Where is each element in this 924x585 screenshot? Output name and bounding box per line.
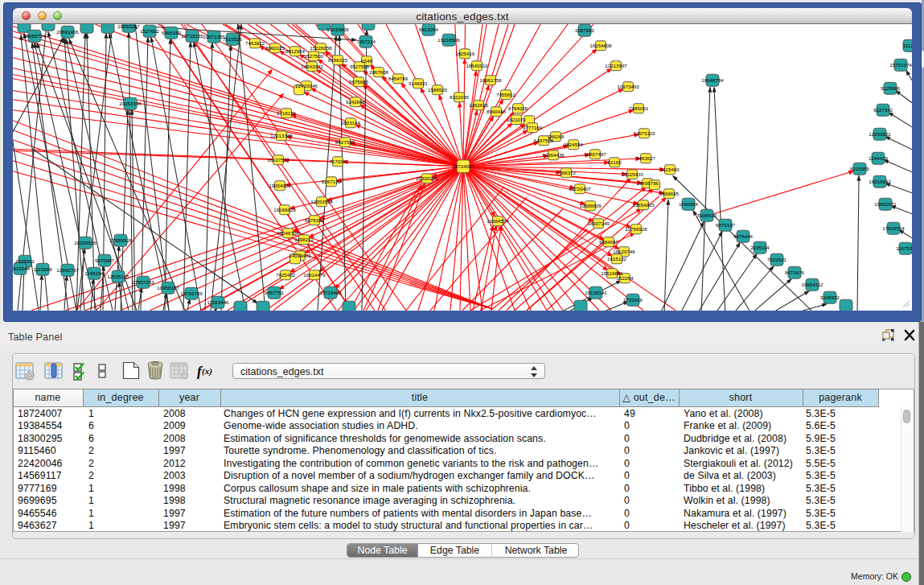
svg-text:15720407: 15720407 [569, 186, 591, 192]
svg-text:1244419: 1244419 [869, 155, 889, 161]
svg-text:1145194: 1145194 [84, 270, 104, 276]
svg-text:2867608: 2867608 [369, 69, 389, 75]
svg-text:7625402: 7625402 [276, 272, 296, 278]
svg-text:8813054: 8813054 [419, 27, 439, 32]
svg-text:17959928: 17959928 [109, 237, 132, 243]
svg-text:252254: 252254 [617, 275, 634, 281]
svg-text:7463822: 7463822 [245, 40, 265, 46]
svg-text:6879197: 6879197 [716, 222, 736, 228]
svg-text:18907249: 18907249 [587, 220, 610, 226]
svg-text:3498222: 3498222 [294, 237, 314, 242]
svg-text:9527508: 9527508 [350, 64, 370, 69]
svg-text:10653267: 10653267 [117, 24, 140, 29]
svg-text:16648784: 16648784 [701, 77, 724, 83]
svg-text:(x): (x) [202, 366, 212, 377]
svg-text:12505135: 12505135 [107, 274, 129, 279]
svg-text:8322035: 8322035 [450, 94, 470, 100]
svg-text:25300275: 25300275 [416, 175, 438, 181]
svg-text:10958107: 10958107 [157, 285, 179, 290]
svg-text:22420046: 22420046 [295, 83, 318, 89]
svg-text:1546: 1546 [361, 58, 372, 64]
svg-text:6966160: 6966160 [162, 30, 182, 35]
svg-text:16914479: 16914479 [303, 272, 326, 278]
svg-text:10025433: 10025433 [621, 171, 643, 177]
svg-text:2087682: 2087682 [575, 27, 595, 33]
svg-text:9115460: 9115460 [660, 167, 680, 172]
svg-text:10033809: 10033809 [326, 27, 349, 32]
svg-text:9777169: 9777169 [523, 125, 543, 130]
svg-text:17016504: 17016504 [882, 225, 905, 231]
svg-text:1362615: 1362615 [469, 102, 489, 108]
svg-text:1825419: 1825419 [455, 51, 475, 56]
svg-text:12942737: 12942737 [56, 267, 79, 273]
svg-text:5938923: 5938923 [697, 212, 717, 218]
svg-text:7485063: 7485063 [629, 105, 649, 111]
svg-text:12213967: 12213967 [605, 63, 627, 68]
svg-text:9463627: 9463627 [636, 155, 656, 161]
svg-text:19218506: 19218506 [437, 37, 460, 43]
svg-text:1621072: 1621072 [507, 117, 527, 122]
svg-text:62160: 62160 [607, 159, 622, 165]
svg-text:1167533: 1167533 [896, 245, 912, 251]
svg-text:19054923: 19054923 [269, 183, 291, 188]
svg-text:6497568: 6497568 [534, 138, 554, 143]
svg-text:16107553: 16107553 [267, 157, 290, 163]
svg-text:8267130: 8267130 [322, 179, 342, 184]
svg-text:6794028: 6794028 [508, 105, 528, 111]
svg-text:9242848: 9242848 [346, 99, 366, 105]
svg-text:16120746: 16120746 [613, 249, 635, 254]
svg-text:14099489: 14099489 [289, 253, 311, 258]
svg-text:18640910: 18640910 [466, 63, 488, 68]
svg-text:16961758: 16961758 [479, 77, 502, 83]
svg-text:17957253: 17957253 [132, 279, 154, 285]
svg-text:3824554: 3824554 [564, 142, 584, 147]
svg-text:7357224: 7357224 [356, 39, 376, 44]
svg-text:15716485: 15716485 [319, 290, 342, 295]
svg-text:9129966: 9129966 [881, 85, 901, 91]
svg-text:5675685: 5675685 [349, 79, 369, 84]
svg-text:15751074: 15751074 [889, 62, 912, 68]
svg-text:9227342: 9227342 [873, 107, 893, 113]
svg-text:8990448: 8990448 [487, 109, 507, 114]
svg-text:12213389: 12213389 [270, 133, 293, 138]
svg-text:9245652: 9245652 [820, 295, 840, 300]
svg-text:12353594: 12353594 [310, 199, 333, 204]
svg-text:8454749: 8454749 [388, 76, 409, 81]
svg-text:9857751: 9857751 [265, 290, 285, 295]
svg-text:20691406: 20691406 [56, 29, 79, 35]
svg-text:9084067: 9084067 [599, 239, 619, 245]
svg-text:7386372: 7386372 [556, 170, 577, 175]
svg-text:9699695: 9699695 [659, 191, 680, 196]
svg-text:19166829: 19166829 [273, 207, 296, 212]
svg-text:1588520: 1588520 [428, 87, 448, 93]
svg-text:1115689: 1115689 [33, 266, 52, 272]
svg-text:1615132: 1615132 [607, 256, 627, 262]
svg-text:10719155: 10719155 [181, 33, 203, 39]
svg-text:1527602: 1527602 [140, 28, 160, 34]
svg-text:10046758: 10046758 [277, 230, 299, 236]
svg-text:12093822: 12093822 [869, 131, 891, 137]
svg-text:18724007: 18724007 [452, 163, 474, 169]
svg-text:8678352: 8678352 [305, 217, 325, 223]
svg-text:3915944: 3915944 [13, 266, 31, 271]
svg-text:1733426: 1733426 [623, 297, 643, 303]
svg-text:2935114: 2935114 [750, 245, 770, 250]
svg-text:7955812: 7955812 [496, 92, 516, 97]
svg-text:9146821: 9146821 [409, 80, 429, 86]
svg-text:16782759: 16782759 [180, 290, 203, 296]
svg-text:2803144: 2803144 [341, 120, 361, 126]
svg-text:1640954: 1640954 [679, 201, 699, 207]
svg-text:9975887: 9975887 [95, 257, 115, 263]
svg-text:16154808: 16154808 [589, 43, 612, 48]
svg-text:14055724: 14055724 [23, 33, 46, 39]
svg-text:19384554: 19384554 [487, 218, 509, 224]
svg-text:717006: 717006 [330, 159, 347, 164]
svg-text:2718126: 2718126 [277, 110, 297, 116]
svg-text:9527500: 9527500 [304, 53, 324, 59]
svg-text:16495796: 16495796 [636, 180, 659, 186]
svg-text:10654112: 10654112 [801, 282, 823, 287]
svg-text:10688609: 10688609 [579, 203, 602, 208]
svg-text:20364436: 20364436 [542, 152, 565, 158]
svg-text:1535001: 1535001 [15, 258, 35, 264]
svg-text:15692971: 15692971 [874, 201, 897, 207]
